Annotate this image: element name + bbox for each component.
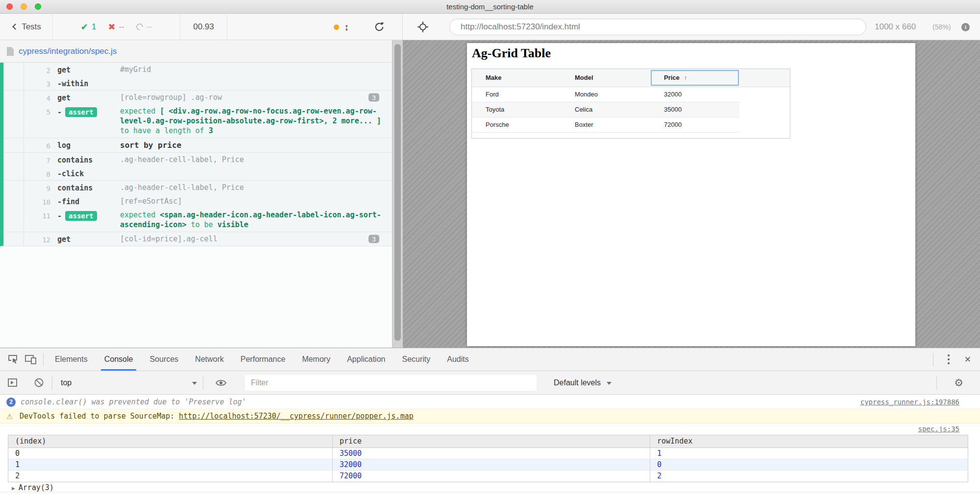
command-number: 4 [3,94,50,102]
source-link[interactable]: cypress_runner.js:197886 [860,395,959,409]
command-row[interactable]: 10-find[ref=eSortAsc] [3,194,392,208]
grid-header-price[interactable]: Price↑ [650,69,739,87]
grid-header-make[interactable]: Make [472,69,561,87]
tab-audits[interactable]: Audits [439,348,477,371]
spec-file-link[interactable]: cypress/integration/spec.js [19,40,117,63]
ag-grid-body: FordMondeo32000ToyotaCelica35000PorscheB… [472,87,739,133]
scroll-updown-icon[interactable]: ↕ [344,14,349,40]
back-label: Tests [22,22,41,32]
command-method: -assert [57,211,97,221]
grid-cell[interactable]: Ford [472,87,561,102]
console-table-cell: 0 [650,459,968,470]
tab-elements[interactable]: Elements [47,348,96,371]
device-toolbar-icon[interactable] [24,353,37,365]
command-row[interactable]: 12get[col-id=price].ag-cell3 [3,232,392,246]
console-table-body: 035000113200002720002 [8,448,968,482]
console-message-text: console.clear() was prevented due to 'Pr… [21,395,246,409]
grid-cell[interactable]: Celica [561,102,650,117]
scrollbar-thumb[interactable] [394,44,401,341]
command-row[interactable]: 4get[role=rowgroup] .ag-row3 [3,90,392,104]
tab-performance[interactable]: Performance [232,348,294,371]
console-table-header[interactable]: (index) [8,435,332,447]
command-row[interactable]: 11-assertexpected <span.ag-header-icon.a… [3,208,392,232]
ag-grid-header-row: MakeModelPrice↑ [472,69,790,87]
grid-cell[interactable]: Mondeo [561,87,650,102]
tab-network[interactable]: Network [187,348,232,371]
grid-row[interactable]: PorscheBoxter72000 [472,118,739,133]
assert-message-part: to have a length of [120,126,209,135]
aut-panel: Ag-Grid Table MakeModelPrice↑ FordMondeo… [403,40,980,348]
command-method: contains [57,156,93,165]
command-list: 2get#myGrid3-within 4get[role=rowgroup] … [0,63,392,246]
grid-header-label: Model [575,74,593,81]
panel-splitter-scrollbar[interactable] [392,40,403,348]
command-message: .ag-header-cell-label, Price [120,183,389,192]
more-options-icon[interactable] [948,354,950,366]
element-count-badge: 3 [368,94,379,102]
element-count-badge: 3 [368,235,379,243]
close-devtools-icon[interactable]: ✕ [964,348,971,371]
grid-cell[interactable]: 72000 [650,118,739,132]
console-table-header[interactable]: rowIndex [650,435,968,447]
command-method: log [57,141,71,150]
window-title: testing-dom__sorting-table [0,0,980,14]
command-row[interactable]: 8-click [3,166,392,180]
file-icon [7,47,14,56]
settings-gear-icon[interactable]: ⚙ [954,371,963,395]
command-row[interactable]: 7contains.ag-header-cell-label, Price [3,152,392,166]
command-row[interactable]: 3-within [3,76,392,90]
console-table-cell: 1 [650,448,968,459]
grid-cell[interactable]: 35000 [650,102,739,117]
grid-cell[interactable]: Toyota [472,102,561,117]
command-method: get [57,235,71,244]
command-message: expected <span.ag-header-icon.ag-header-… [120,210,389,230]
tab-sources[interactable]: Sources [141,348,187,371]
selector-playground-icon[interactable] [417,22,428,32]
console-message-info: 2 console.clear() was prevented due to '… [0,395,980,409]
context-select[interactable]: top [61,371,201,395]
console-table-cell: 1 [8,459,332,470]
console-table: (index)pricerowIndex 0350001132000027200… [8,435,968,482]
command-message [120,168,389,178]
command-method: get [57,94,71,102]
grid-cell[interactable]: 32000 [650,87,739,102]
inspect-element-icon[interactable] [7,353,19,365]
grid-cell[interactable]: Boxter [561,118,650,132]
array-expander[interactable]: ▶Array(3) [12,483,54,492]
log-levels-select[interactable]: Default levels [554,371,612,395]
grid-cell[interactable]: Porsche [472,118,561,132]
info-icon[interactable]: i [961,23,970,31]
command-row[interactable]: 9contains.ag-header-cell-label, Price [3,180,392,194]
live-expression-eye-icon[interactable] [215,377,227,389]
runner-header: Tests ✔ 1 ✖ -- -- 00.93 ↕ [0,14,980,40]
console-sidebar-toggle-icon[interactable] [7,377,19,389]
url-input[interactable]: http://localhost:57230/index.html [449,19,866,35]
tab-security[interactable]: Security [393,348,439,371]
console-table-cell: 35000 [332,448,650,459]
grid-row[interactable]: FordMondeo32000 [472,87,739,102]
sourcemap-link[interactable]: http://localhost:57230/__cypress/runner/… [179,412,414,421]
refresh-icon[interactable] [374,22,385,32]
source-link[interactable]: spec.js:35 [918,423,959,435]
console-table-cell: 0 [8,448,332,459]
command-number: 9 [3,185,50,192]
filter-input[interactable] [245,375,537,391]
command-row[interactable]: 2get#myGrid [3,63,392,76]
expand-triangle-icon: ▶ [12,485,15,492]
tab-memory[interactable]: Memory [294,348,339,371]
console-table-header[interactable]: price [332,435,650,447]
warning-message-text: DevTools failed to parse SourceMap: http… [20,409,414,423]
grid-row[interactable]: ToyotaCelica35000 [472,102,739,118]
tab-application[interactable]: Application [339,348,393,371]
tab-console[interactable]: Console [96,348,142,371]
assert-message-part: expected [120,211,160,219]
grid-header-model[interactable]: Model [561,69,650,87]
sort-ascending-icon: ↑ [684,74,687,81]
command-method: -assert [57,107,97,117]
clear-console-icon[interactable] [33,377,45,389]
toolbar-divider [43,353,44,366]
command-row[interactable]: 6logsort by price [3,138,392,152]
command-row[interactable]: 5-assertexpected [ <div.ag-row.ag-row-no… [3,104,392,138]
command-message: #myGrid [120,65,389,74]
back-to-tests-button[interactable]: Tests [0,14,53,40]
